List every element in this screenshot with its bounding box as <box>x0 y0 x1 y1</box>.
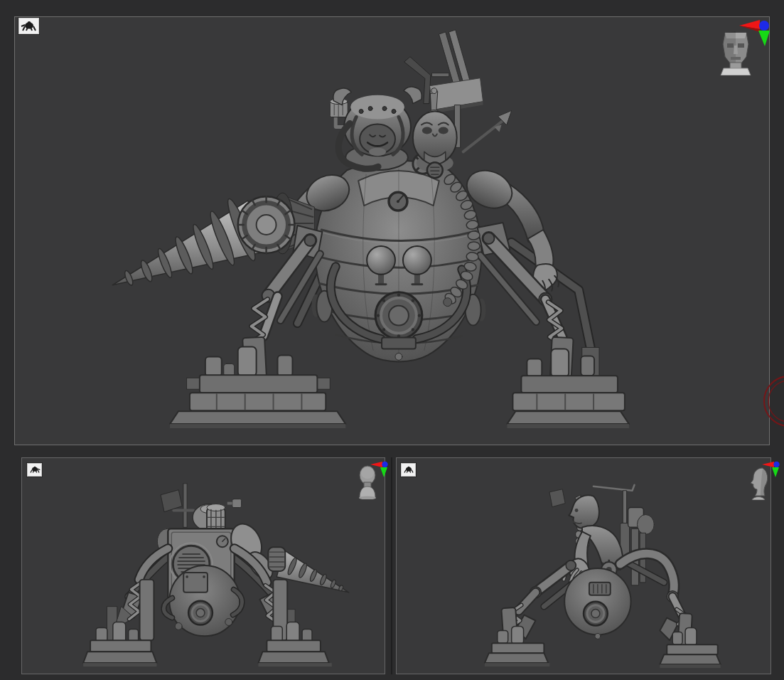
model-thumbnail-icon <box>403 465 414 474</box>
model-rear-view <box>83 484 349 666</box>
viewport-front[interactable] <box>14 16 770 445</box>
viewport-rear[interactable] <box>21 457 385 674</box>
sculpt-front-view <box>15 17 769 445</box>
axis-z-dot-icon[interactable] <box>382 462 387 467</box>
sculpt-rear-view <box>22 458 385 674</box>
head-profile-icon[interactable] <box>748 466 769 500</box>
head-back-icon[interactable] <box>357 465 378 499</box>
axis-z-dot-icon[interactable] <box>773 462 779 467</box>
model-thumbnail-icon <box>29 465 41 474</box>
axis-y-arrow-icon[interactable] <box>758 31 770 46</box>
app-canvas <box>0 0 784 680</box>
viewport-thumbnail-button[interactable] <box>18 18 39 34</box>
model-profile-view <box>485 485 721 668</box>
viewport-profile[interactable] <box>396 457 771 674</box>
head-front-icon[interactable] <box>719 28 752 75</box>
model-front-view <box>112 30 629 428</box>
axis-y-arrow-icon[interactable] <box>772 467 779 477</box>
viewport-thumbnail-button[interactable] <box>27 463 42 477</box>
axis-y-arrow-icon[interactable] <box>380 467 387 477</box>
viewport-divider <box>391 457 392 674</box>
viewport-thumbnail-button[interactable] <box>401 463 416 477</box>
sculpt-profile-view <box>397 458 770 674</box>
axis-z-dot-icon[interactable] <box>759 21 769 31</box>
model-thumbnail-icon <box>21 20 38 33</box>
